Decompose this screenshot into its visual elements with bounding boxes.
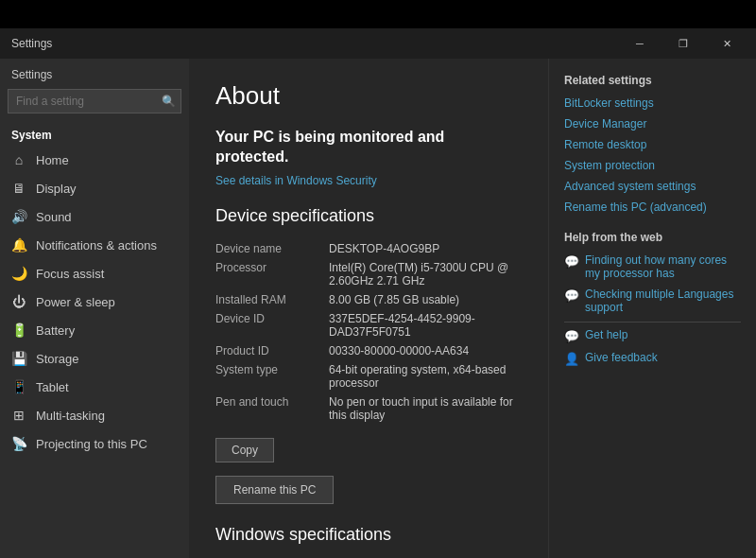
titlebar-title: Settings bbox=[11, 37, 52, 50]
sidebar-section-label: System bbox=[0, 121, 189, 146]
spec-value: No pen or touch input is available for t… bbox=[329, 392, 522, 425]
sidebar-item-notifications[interactable]: 🔔 Notifications & actions bbox=[0, 231, 189, 259]
search-icon: 🔍 bbox=[162, 95, 176, 108]
sidebar-item-home-label: Home bbox=[36, 153, 69, 167]
sidebar-item-focus-label: Focus assist bbox=[36, 267, 104, 281]
spec-value: DESKTOP-4AOG9BP bbox=[329, 239, 522, 258]
spec-value: Intel(R) Core(TM) i5-7300U CPU @ 2.60GHz… bbox=[329, 258, 522, 290]
sidebar-item-projecting[interactable]: 📡 Projecting to this PC bbox=[0, 429, 189, 458]
sidebar-search-container: 🔍 bbox=[8, 89, 181, 113]
main-content: About Your PC is being monitored and pro… bbox=[189, 59, 548, 558]
sidebar-item-sound[interactable]: 🔊 Sound bbox=[0, 202, 189, 231]
spec-value: 337E5DEF-4254-4452-9909-DAD37F5F0751 bbox=[329, 309, 522, 341]
related-link-device-manager[interactable]: Device Manager bbox=[564, 117, 741, 131]
help-link-languages-label: Checking multiple Languages support bbox=[585, 288, 741, 314]
get-help-link[interactable]: 💬 Get help bbox=[564, 328, 741, 343]
spec-label: Processor bbox=[215, 258, 329, 290]
spec-value: 00330-80000-00000-AA634 bbox=[329, 341, 522, 360]
tablet-icon: 📱 bbox=[11, 379, 26, 394]
related-settings-heading: Related settings bbox=[564, 74, 741, 87]
sidebar-app-title: Settings bbox=[0, 62, 189, 89]
related-link-rename-advanced[interactable]: Rename this PC (advanced) bbox=[564, 201, 741, 214]
sidebar: Settings 🔍 System ⌂ Home 🖥 Display 🔊 Sou… bbox=[0, 59, 189, 558]
content-area: Settings 🔍 System ⌂ Home 🖥 Display 🔊 Sou… bbox=[0, 59, 756, 558]
sidebar-item-sound-label: Sound bbox=[36, 210, 72, 224]
give-feedback-icon: 👤 bbox=[564, 352, 579, 366]
table-row: Processor Intel(R) Core(TM) i5-7300U CPU… bbox=[215, 258, 522, 290]
sidebar-item-power-label: Power & sleep bbox=[36, 295, 115, 309]
home-icon: ⌂ bbox=[11, 152, 26, 167]
notifications-icon: 🔔 bbox=[11, 237, 26, 253]
copy-button[interactable]: Copy bbox=[215, 438, 274, 462]
give-feedback-label: Give feedback bbox=[585, 351, 658, 364]
give-feedback-link[interactable]: 👤 Give feedback bbox=[564, 351, 741, 366]
battery-icon: 🔋 bbox=[11, 323, 26, 338]
table-row: Product ID 00330-80000-00000-AA634 bbox=[215, 341, 522, 360]
spec-label: Installed RAM bbox=[215, 290, 329, 309]
help-languages-icon: 💬 bbox=[564, 288, 579, 303]
help-link-languages[interactable]: 💬 Checking multiple Languages support bbox=[564, 288, 741, 314]
sidebar-item-power[interactable]: ⏻ Power & sleep bbox=[0, 288, 189, 316]
sidebar-item-tablet-label: Tablet bbox=[36, 380, 69, 394]
titlebar: Settings ─ ❐ ✕ bbox=[0, 28, 756, 59]
titlebar-controls: ─ ❐ ✕ bbox=[618, 28, 748, 59]
related-link-system-protection[interactable]: System protection bbox=[564, 159, 741, 172]
rename-button[interactable]: Rename this PC bbox=[215, 476, 334, 504]
storage-icon: 💾 bbox=[11, 351, 26, 366]
sidebar-item-projecting-label: Projecting to this PC bbox=[36, 437, 147, 451]
help-cores-icon: 💬 bbox=[564, 254, 579, 269]
sidebar-item-home[interactable]: ⌂ Home bbox=[0, 146, 189, 174]
help-from-web-heading: Help from the web bbox=[564, 231, 741, 244]
windows-section-heading: Windows specifications bbox=[215, 525, 522, 545]
spec-label: System type bbox=[215, 360, 329, 392]
sidebar-item-notifications-label: Notifications & actions bbox=[36, 238, 157, 253]
table-row: Pen and touch No pen or touch input is a… bbox=[215, 392, 522, 425]
sidebar-item-multitasking-label: Multi-tasking bbox=[36, 409, 105, 423]
sidebar-item-storage-label: Storage bbox=[36, 352, 79, 366]
security-text: Your PC is being monitored and protected… bbox=[215, 128, 522, 167]
page-title: About bbox=[215, 81, 522, 111]
restore-button[interactable]: ❐ bbox=[662, 28, 705, 59]
sidebar-item-focus[interactable]: 🌙 Focus assist bbox=[0, 259, 189, 288]
sound-icon: 🔊 bbox=[11, 209, 26, 224]
help-link-cores-label: Finding out how many cores my processor … bbox=[585, 253, 741, 280]
multitasking-icon: ⊞ bbox=[11, 408, 26, 423]
projecting-icon: 📡 bbox=[11, 436, 26, 451]
security-link[interactable]: See details in Windows Security bbox=[215, 174, 377, 187]
table-row: Device ID 337E5DEF-4254-4452-9909-DAD37F… bbox=[215, 309, 522, 341]
spec-label: Device ID bbox=[215, 309, 329, 341]
spec-value: 8.00 GB (7.85 GB usable) bbox=[329, 290, 522, 309]
spec-label: Pen and touch bbox=[215, 392, 329, 425]
security-banner: Your PC is being monitored and protected… bbox=[215, 128, 522, 187]
sidebar-item-storage[interactable]: 💾 Storage bbox=[0, 344, 189, 373]
spec-label: Device name bbox=[215, 239, 329, 258]
related-link-remote-desktop[interactable]: Remote desktop bbox=[564, 138, 741, 151]
table-row: Installed RAM 8.00 GB (7.85 GB usable) bbox=[215, 290, 522, 309]
search-input[interactable] bbox=[8, 89, 181, 113]
divider bbox=[564, 322, 741, 323]
power-icon: ⏻ bbox=[11, 294, 26, 309]
table-row: System type 64-bit operating system, x64… bbox=[215, 360, 522, 392]
help-link-cores[interactable]: 💬 Finding out how many cores my processo… bbox=[564, 253, 741, 280]
right-panel: Related settings BitLocker settings Devi… bbox=[548, 59, 756, 558]
device-section-heading: Device specifications bbox=[215, 206, 522, 226]
sidebar-item-display-label: Display bbox=[36, 182, 77, 196]
settings-window: Settings ─ ❐ ✕ Settings 🔍 System ⌂ Home … bbox=[0, 28, 756, 558]
get-help-label: Get help bbox=[585, 328, 627, 341]
sidebar-item-display[interactable]: 🖥 Display bbox=[0, 174, 189, 202]
get-help-icon: 💬 bbox=[564, 329, 579, 343]
device-spec-table: Device name DESKTOP-4AOG9BP Processor In… bbox=[215, 239, 522, 425]
sidebar-item-tablet[interactable]: 📱 Tablet bbox=[0, 373, 189, 401]
related-link-bitlocker[interactable]: BitLocker settings bbox=[564, 96, 741, 110]
sidebar-item-battery[interactable]: 🔋 Battery bbox=[0, 316, 189, 344]
minimize-button[interactable]: ─ bbox=[618, 28, 662, 59]
related-link-advanced-system[interactable]: Advanced system settings bbox=[564, 180, 741, 193]
spec-value: 64-bit operating system, x64-based proce… bbox=[329, 360, 522, 392]
spec-label: Product ID bbox=[215, 341, 329, 360]
display-icon: 🖥 bbox=[11, 181, 26, 196]
close-button[interactable]: ✕ bbox=[705, 28, 748, 59]
sidebar-item-multitasking[interactable]: ⊞ Multi-tasking bbox=[0, 401, 189, 429]
focus-icon: 🌙 bbox=[11, 266, 26, 281]
table-row: Device name DESKTOP-4AOG9BP bbox=[215, 239, 522, 258]
sidebar-item-battery-label: Battery bbox=[36, 323, 75, 338]
